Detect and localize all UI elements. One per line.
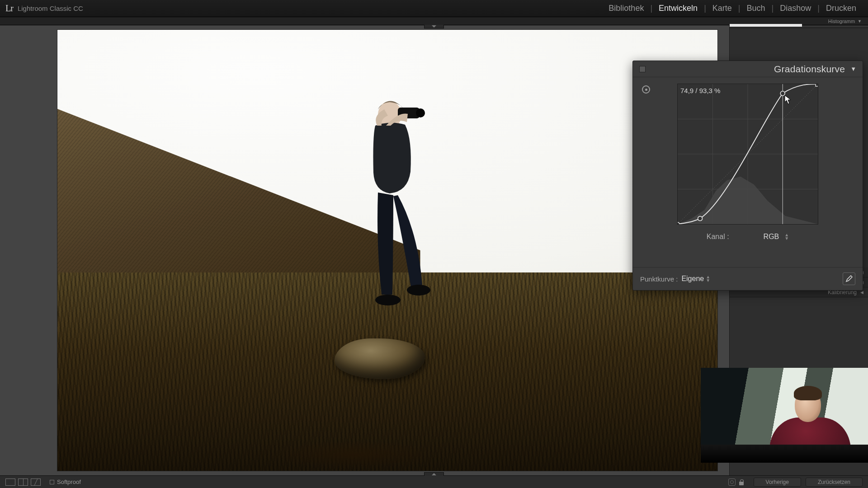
svg-point-15 [780,91,785,96]
nav-drucken[interactable]: Drucken [820,4,863,13]
point-curve-value[interactable]: Eigene [681,275,704,283]
module-nav: Bibliothek| Entwickeln| Karte| Buch| Dia… [602,4,863,13]
tone-curve-graph[interactable]: 74,9 / 93,3 % [677,84,818,225]
tone-curve-title: Gradationskurve [774,64,845,75]
nav-bibliothek[interactable]: Bibliothek [602,4,650,13]
subject-figure [354,96,445,349]
svg-point-14 [698,216,703,221]
svg-point-4 [407,285,430,296]
app-logo: Lr [5,3,13,14]
channel-selector[interactable]: Kanal : RGB ▲▼ [641,233,854,241]
chevron-left-icon: ◀ [860,290,863,295]
nav-buch[interactable]: Buch [741,4,772,13]
tone-curve-panel[interactable]: Gradationskurve ▼ 74,9 / 93,3 % [632,61,863,291]
svg-point-3 [375,295,401,305]
tone-curve-footer: Punktkurve : Eigene ▲▼ [633,267,863,290]
nav-entwickeln[interactable]: Entwickeln [652,4,704,13]
curve-svg [678,84,818,224]
view-mode-diagonal-icon[interactable] [31,479,41,486]
nav-diashow[interactable]: Diashow [774,4,817,13]
title-bar: Lr Lightroom Classic CC Bibliothek| Entw… [0,0,868,17]
dropdown-icon: ▲▼ [706,275,710,282]
svg-point-2 [416,108,425,117]
view-mode-split-icon[interactable] [18,479,28,486]
canvas-area[interactable] [0,25,729,475]
dropdown-icon: ▲▼ [784,233,789,240]
channel-value[interactable]: RGB [764,233,779,241]
view-mode-single-icon[interactable] [5,479,15,486]
softproof-label: Softproof [57,479,81,485]
previous-button[interactable]: Vorherige [754,478,801,487]
webcam-overlay [701,368,868,463]
edit-point-curve-button[interactable] [843,272,855,285]
panel-handle-bottom[interactable] [424,472,444,476]
targeted-adjustment-tool[interactable] [642,85,650,94]
nav-karte[interactable]: Karte [706,4,738,13]
softproof-checkbox[interactable] [50,480,54,484]
tone-curve-header[interactable]: Gradationskurve ▼ [633,61,863,77]
channel-label: Kanal : [707,233,729,241]
workspace: Transformieren ◀ Effekte ◀ Kalibrierung … [0,25,868,475]
photo-preview[interactable] [57,30,717,471]
bottom-toolbar: Softproof Vorherige Zurücksetzen [0,475,868,488]
histogram-label: Histogramm [828,19,855,24]
chevron-down-icon[interactable]: ▼ [850,66,856,72]
lock-icon[interactable] [738,479,745,485]
app-title: Lightroom Classic CC [18,5,83,12]
svg-point-13 [678,222,679,224]
panel-toggle-switch[interactable] [639,66,646,72]
reset-button[interactable]: Zurücksetzen [806,478,863,487]
sync-icon[interactable] [728,479,736,486]
point-curve-label: Punktkurve : [640,275,678,283]
svg-rect-16 [816,84,818,86]
chevron-down-icon: ▼ [858,19,862,23]
